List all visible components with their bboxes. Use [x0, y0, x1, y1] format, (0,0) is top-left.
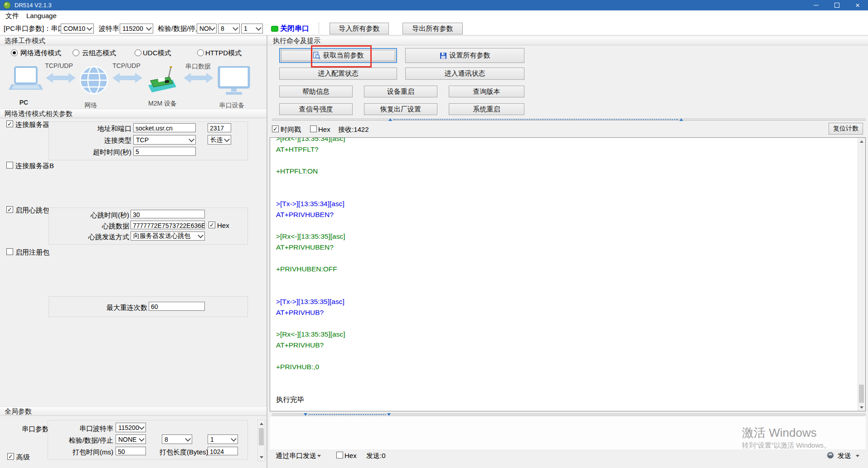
maximize-icon [834, 3, 839, 8]
export-params-button[interactable]: 导出所有参数 [402, 23, 463, 34]
minimize-button[interactable] [805, 0, 826, 10]
set-params-button[interactable]: 设置所有参数 [405, 48, 524, 63]
reset-count-button[interactable]: 复位计数 [829, 123, 863, 135]
minimize-icon [814, 5, 819, 5]
heartbeat-data-input[interactable]: 7777772E7573722E636E [131, 221, 205, 229]
pack-time-input[interactable]: 50 [116, 447, 146, 455]
send-hex-checkbox[interactable] [336, 452, 343, 458]
heartbeat-time-input[interactable]: 30 [131, 210, 205, 218]
query-version-button[interactable]: 查询版本 [449, 86, 524, 97]
menu-item-language[interactable]: Language [26, 10, 57, 21]
log-line: AT+PRIVHUB? [276, 340, 345, 351]
netparams-header: 网络透传模式相关参数 [0, 109, 267, 118]
radio-cloud-scada[interactable] [73, 49, 79, 56]
maximize-button[interactable] [826, 0, 847, 10]
serial-stopbits-select[interactable]: 1 [208, 434, 238, 444]
recv-hex-checkbox[interactable] [310, 125, 317, 132]
workmode-header: 选择工作模式 [0, 36, 267, 45]
splitter-dots [393, 119, 678, 120]
heartbeat-hex-checkbox[interactable] [209, 222, 215, 228]
send-button[interactable]: 发送 [838, 452, 851, 460]
log-output: >[Rx<-][13:35:34][asc]AT+HTPFLT? +HTPFLT… [276, 137, 345, 405]
reconnect-input[interactable]: 60 [149, 302, 205, 311]
window-title: DR514 V2.1.3 [15, 0, 52, 10]
pack-time-label: 打包时间(ms) [50, 448, 113, 456]
scroll-up-icon[interactable] [258, 420, 265, 427]
help-button[interactable]: 帮助信息 [279, 86, 353, 97]
enter-comm-button[interactable]: 进入通讯状态 [405, 68, 524, 80]
radio-httpd-mode[interactable] [197, 49, 204, 56]
timestamp-checkbox[interactable] [272, 125, 279, 132]
timestamp-label: 时间戳 [281, 125, 301, 134]
log-area[interactable]: >[Rx<-][13:35:34][asc]AT+HTPFLT? +HTPFLT… [270, 137, 866, 411]
scrollbar-thumb[interactable] [259, 428, 264, 445]
serial-databits-select[interactable]: 8 [162, 434, 192, 444]
serial-parity-select[interactable]: NONE [116, 434, 146, 444]
radio-httpd-mode-label: HTTPD模式 [205, 49, 242, 57]
server-a-checkbox[interactable] [6, 121, 13, 127]
com-port-select[interactable]: COM10 [61, 24, 94, 34]
heartbeat-mode-select[interactable]: 向服务器发送心跳包 [131, 232, 205, 241]
send-via-serial-button[interactable]: 通过串口发送 [276, 452, 316, 460]
link2-label: TCP/UDP [111, 62, 142, 69]
factory-reset-button[interactable]: 恢复出厂设置 [364, 103, 437, 115]
timeout-input[interactable]: 5 [133, 147, 196, 156]
log-line: AT+PRIVHUB? [276, 307, 345, 318]
conn-type-select[interactable]: TCP [133, 135, 196, 145]
send-via-caret-icon[interactable] [317, 455, 321, 457]
close-port-button[interactable]: 关闭串口 [280, 23, 309, 34]
heartbeat-hex-label: Hex [217, 222, 229, 230]
register-checkbox[interactable] [6, 248, 13, 255]
advanced-checkbox[interactable] [7, 453, 14, 460]
enter-config-button[interactable]: 进入配置状态 [279, 68, 397, 80]
scroll-down-icon[interactable] [258, 454, 265, 461]
device-reboot-button[interactable]: 设备重启 [364, 86, 437, 97]
log-line [276, 285, 345, 296]
system-reboot-button[interactable]: 系统重启 [449, 103, 524, 115]
port-input[interactable]: 2317 [208, 123, 231, 132]
address-label: 地址和端口 [50, 125, 131, 133]
heartbeat-label: 启用心跳包 [15, 206, 49, 214]
splitter-collapse-top[interactable] [388, 117, 683, 122]
chevron-down-icon [231, 436, 237, 442]
import-params-button[interactable]: 导入所有参数 [330, 23, 389, 34]
link1-label: TCP/UDP [43, 62, 75, 69]
conn-keep-select[interactable]: 长连 [208, 135, 231, 145]
recv-count: 接收:1422 [338, 125, 369, 134]
scroll-up-icon[interactable] [858, 138, 865, 145]
pack-length-input[interactable]: 1024 [208, 447, 238, 455]
address-input[interactable]: socket.usr.cn [133, 123, 196, 132]
databits-select[interactable]: 8 [218, 24, 240, 34]
chevron-down-icon [139, 424, 145, 430]
close-button[interactable]: ✕ [847, 0, 868, 10]
arrow-icon [112, 73, 142, 83]
reconnect-label: 最大重连次数 [50, 304, 147, 312]
log-line [276, 275, 345, 285]
log-line [276, 177, 345, 188]
global-header: 全局参数 [0, 406, 267, 416]
menu-item-file[interactable]: 文件 [5, 10, 19, 21]
parity-select[interactable]: NONI [197, 24, 217, 34]
server-b-checkbox[interactable] [6, 162, 13, 169]
chevron-down-icon [224, 136, 230, 142]
serial-baud-select[interactable]: 115200 [116, 423, 146, 432]
left-scrollbar[interactable] [257, 420, 265, 461]
log-line: >[Tx->][13:35:35][asc] [276, 296, 345, 307]
splitter-collapse-bottom[interactable] [304, 412, 391, 417]
stopbits-select[interactable]: 1 [241, 24, 263, 34]
log-line [276, 155, 345, 166]
signal-strength-button[interactable]: 查信号强度 [279, 103, 353, 115]
baud-select[interactable]: 115200 [120, 24, 153, 34]
advanced-label: 高级 [16, 453, 30, 461]
radio-udc-mode[interactable] [135, 49, 141, 56]
heartbeat-checkbox[interactable] [6, 206, 13, 213]
get-params-button[interactable]: 获取当前参数 [279, 48, 397, 63]
arrow-icon [184, 73, 213, 83]
log-line: >[Rx<-][13:35:35][asc] [276, 231, 345, 242]
radio-net-passthrough[interactable] [11, 49, 18, 56]
scrollbar-thumb[interactable] [859, 385, 864, 403]
log-scrollbar[interactable] [858, 138, 865, 411]
send-options-caret[interactable] [856, 455, 859, 457]
collapse-up-icon [388, 118, 392, 121]
scroll-down-icon[interactable] [858, 404, 865, 411]
